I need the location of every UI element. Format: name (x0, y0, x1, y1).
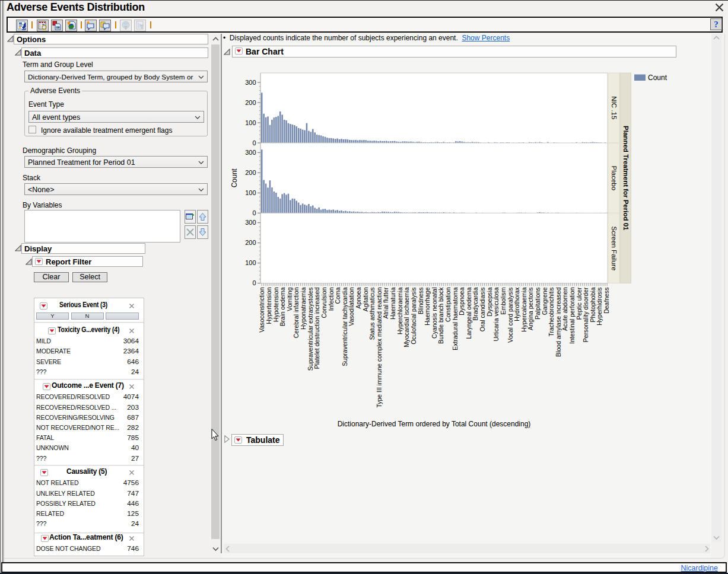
svg-text:Tracheobronchitis: Tracheobronchitis (548, 288, 555, 337)
svg-text:Urticaria vesiculosa: Urticaria vesiculosa (492, 287, 500, 341)
svg-text:Dyspnoea: Dyspnoea (458, 287, 465, 315)
svg-text:0: 0 (252, 209, 256, 216)
svg-text:Brain oedema: Brain oedema (279, 287, 286, 326)
svg-text:Extradural haematoma: Extradural haematoma (452, 287, 459, 350)
svg-text:Angina pectoris: Angina pectoris (527, 288, 534, 330)
svg-text:200: 200 (245, 99, 256, 106)
svg-text:Atrial flutter: Atrial flutter (382, 287, 389, 319)
svg-text:Convulsion: Convulsion (320, 287, 328, 318)
svg-text:Agitation: Agitation (362, 287, 369, 311)
svg-text:300: 300 (245, 149, 256, 156)
svg-text:Hydrothorax: Hydrothorax (513, 287, 520, 321)
svg-text:Intestinal perforation: Intestinal perforation (568, 287, 576, 343)
svg-text:Haematuria: Haematuria (389, 287, 396, 319)
svg-text:Vasodilatation: Vasodilatation (348, 287, 355, 326)
svg-text:Oculofacial paralysis: Oculofacial paralysis (410, 288, 417, 345)
svg-text:Count: Count (230, 168, 239, 188)
svg-text:Hyperchloraemia: Hyperchloraemia (396, 287, 403, 334)
svg-text:Platelet destruction increased: Platelet destruction increased (313, 287, 320, 369)
svg-text:Acute abdomen: Acute abdomen (561, 287, 568, 331)
svg-text:Hypertension: Hypertension (265, 287, 272, 324)
svg-text:Bradycardia: Bradycardia (472, 287, 479, 320)
svg-text:Apnoea: Apnoea (355, 287, 362, 308)
svg-text:Planned Treatment for Period 0: Planned Treatment for Period 01 (622, 126, 630, 231)
svg-text:100: 100 (245, 189, 256, 196)
svg-text:Blood amylase increased: Blood amylase increased (555, 287, 562, 356)
svg-text:300: 300 (245, 219, 256, 226)
svg-text:Blindness: Blindness (417, 288, 424, 315)
svg-text:Infection: Infection (328, 287, 335, 311)
svg-text:Gangrene: Gangrene (541, 287, 548, 315)
svg-text:Laryngeal oedema: Laryngeal oedema (465, 287, 472, 339)
svg-text:Embolism: Embolism (500, 287, 507, 314)
svg-text:Palpitations: Palpitations (534, 288, 541, 320)
svg-text:Hypotension: Hypotension (272, 287, 279, 322)
svg-text:100: 100 (245, 119, 256, 126)
svg-text:Vomiting: Vomiting (286, 287, 293, 311)
svg-text:Oral candidiasis: Oral candidiasis (479, 288, 486, 332)
svg-text:Constipation: Constipation (444, 287, 452, 322)
svg-text:Hypercalcaemia: Hypercalcaemia (520, 287, 527, 331)
svg-text:Haemorrhage: Haemorrhage (424, 287, 431, 325)
svg-text:Vocal cord paralysis: Vocal cord paralysis (507, 288, 514, 343)
svg-text:Supraventricular tachycardia: Supraventricular tachycardia (341, 287, 348, 366)
svg-text:Status asthmaticus: Status asthmaticus (368, 288, 376, 340)
svg-text:Deafness: Deafness (603, 288, 610, 314)
svg-text:Cyanosis neonatal: Cyanosis neonatal (431, 288, 438, 339)
svg-text:Hyponatraemia: Hyponatraemia (300, 287, 307, 329)
svg-text:Peptic ulcer: Peptic ulcer (576, 287, 583, 320)
svg-text:300: 300 (245, 79, 256, 86)
svg-text:Supraventricular extrasystoles: Supraventricular extrasystoles (307, 288, 314, 371)
svg-text:Myocardial ischaemia: Myocardial ischaemia (403, 287, 410, 347)
svg-text:Placebo: Placebo (611, 166, 618, 191)
svg-text:NIC .15: NIC .15 (611, 96, 618, 119)
svg-text:Bundle branch block: Bundle branch block (437, 287, 444, 344)
svg-text:100: 100 (245, 259, 256, 266)
svg-text:Personality disorder: Personality disorder (582, 287, 589, 342)
svg-text:Coma: Coma (334, 287, 341, 304)
svg-text:Photophobia: Photophobia (589, 287, 596, 322)
svg-text:Count: Count (648, 74, 667, 82)
svg-text:Hyperhidrosis: Hyperhidrosis (596, 288, 603, 326)
svg-text:0: 0 (252, 139, 256, 146)
svg-text:Type III immune complex mediat: Type III immune complex mediated reactio… (376, 287, 383, 407)
svg-text:200: 200 (245, 239, 256, 246)
svg-text:Screen Failure: Screen Failure (611, 227, 618, 271)
svg-text:200: 200 (245, 169, 256, 176)
svg-text:Dictionary-Derived Term ordere: Dictionary-Derived Term ordered by Total… (338, 420, 531, 428)
svg-text:Cerebral infarction: Cerebral infarction (293, 287, 300, 338)
svg-text:Vasoconstriction: Vasoconstriction (258, 287, 265, 332)
svg-text:Dyspepsia: Dyspepsia (486, 287, 493, 316)
svg-text:0: 0 (252, 279, 256, 286)
